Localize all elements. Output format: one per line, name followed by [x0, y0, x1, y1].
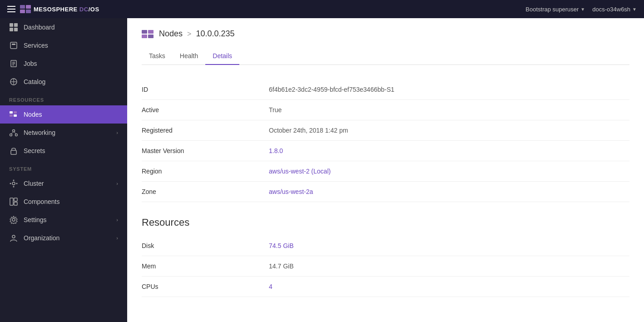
svg-rect-8: [10, 42, 17, 49]
svg-rect-6: [10, 28, 13, 31]
tab-tasks[interactable]: Tasks: [142, 48, 173, 65]
sidebar-item-components[interactable]: Components: [0, 193, 127, 211]
tab-health-label: Health: [180, 52, 198, 59]
docs-menu[interactable]: docs-o34w6sh ▼: [592, 6, 637, 13]
sidebar-item-networking-label: Networking: [24, 129, 55, 136]
svg-point-30: [10, 183, 11, 184]
tab-health[interactable]: Health: [173, 48, 205, 65]
page-header: Nodes > 10.0.0.235 Tasks Health Details: [127, 18, 644, 65]
detail-content: ID6f4b61e2-3dc2-4959-bfcd-ef753e3466bb-S…: [127, 65, 644, 322]
layout: Dashboard Services Jobs Catalog Resource…: [0, 18, 644, 322]
main-fields-section: ID6f4b61e2-3dc2-4959-bfcd-ef753e3466bb-S…: [142, 79, 629, 202]
svg-point-21: [13, 130, 15, 132]
components-icon: [9, 197, 18, 206]
sidebar-item-dashboard-label: Dashboard: [24, 24, 55, 31]
sidebar-item-catalog[interactable]: Catalog: [0, 73, 127, 91]
svg-point-28: [13, 180, 15, 181]
svg-rect-7: [14, 28, 18, 31]
svg-rect-1: [26, 5, 31, 9]
svg-rect-0: [20, 5, 25, 9]
resources-section-title: Resources: [142, 217, 629, 228]
field-value[interactable]: aws/us-west-2a: [269, 182, 629, 202]
svg-point-22: [10, 134, 12, 136]
svg-rect-2: [20, 10, 25, 13]
table-row: Mem14.7 GiB: [142, 256, 629, 277]
docs-label: docs-o34w6sh: [592, 6, 630, 13]
sidebar-item-settings-label: Settings: [24, 216, 47, 223]
table-row: Disk74.5 GiB: [142, 236, 629, 256]
cluster-icon: [9, 179, 18, 188]
sidebar-item-nodes-label: Nodes: [24, 111, 42, 118]
sidebar-item-jobs[interactable]: Jobs: [0, 54, 127, 73]
sidebar-item-settings[interactable]: Settings ›: [0, 211, 127, 229]
docs-chevron-icon: ▼: [632, 7, 637, 12]
field-value: 14.7 GiB: [269, 256, 629, 277]
resources-table: Disk74.5 GiBMem14.7 GiBCPUs4: [142, 236, 629, 297]
svg-rect-32: [10, 198, 13, 205]
svg-point-35: [12, 218, 15, 221]
field-label: Zone: [142, 182, 269, 202]
svg-rect-4: [10, 23, 13, 27]
field-label: Active: [142, 100, 269, 120]
user-menu[interactable]: Bootstrap superuser ▼: [525, 6, 585, 13]
field-value[interactable]: 1.8.0: [269, 141, 629, 161]
field-value[interactable]: aws/us-west-2 (Local): [269, 161, 629, 182]
services-icon: [9, 41, 18, 50]
sidebar-item-secrets[interactable]: Secrets: [0, 142, 127, 160]
svg-rect-19: [10, 114, 13, 117]
sidebar-item-jobs-label: Jobs: [24, 60, 37, 67]
field-value: True: [269, 100, 629, 120]
tab-details[interactable]: Details: [205, 48, 239, 65]
table-row: CPUs4: [142, 277, 629, 297]
sidebar-item-catalog-label: Catalog: [24, 78, 45, 85]
nodes-breadcrumb-icon: [142, 30, 154, 39]
nodes-icon: [9, 110, 18, 119]
sidebar-item-cluster-label: Cluster: [24, 180, 44, 187]
user-label: Bootstrap superuser: [525, 6, 579, 13]
networking-arrow-icon: ›: [116, 130, 118, 135]
field-label: Disk: [142, 236, 269, 256]
field-label: Registered: [142, 120, 269, 141]
dashboard-icon: [9, 23, 18, 32]
table-row: ActiveTrue: [142, 100, 629, 120]
top-navigation: MESOSPHERE DC/OS Bootstrap superuser ▼ d…: [0, 0, 644, 18]
sidebar: Dashboard Services Jobs Catalog Resource…: [0, 18, 127, 322]
organization-icon: [9, 233, 18, 243]
topnav-left: MESOSPHERE DC/OS: [7, 5, 99, 13]
svg-line-25: [14, 132, 16, 134]
field-value[interactable]: 4: [269, 277, 629, 297]
system-section-label: System: [0, 160, 127, 174]
resources-section: Resources Disk74.5 GiBMem14.7 GiBCPUs4: [142, 217, 629, 297]
sidebar-item-networking[interactable]: Networking ›: [0, 124, 127, 142]
sidebar-item-organization[interactable]: Organization ›: [0, 229, 127, 247]
field-value[interactable]: 74.5 GiB: [269, 236, 629, 256]
sidebar-item-nodes[interactable]: Nodes: [0, 105, 127, 124]
field-value: October 24th, 2018 1:42 pm: [269, 120, 629, 141]
details-table: ID6f4b61e2-3dc2-4959-bfcd-ef753e3466bb-S…: [142, 79, 629, 202]
logo-icon: [20, 5, 31, 13]
tab-tasks-label: Tasks: [149, 52, 165, 59]
svg-rect-18: [14, 111, 17, 114]
tab-details-label: Details: [213, 52, 232, 59]
sidebar-item-services-label: Services: [24, 42, 48, 49]
field-label: Region: [142, 161, 269, 182]
svg-point-23: [15, 134, 18, 136]
sidebar-item-components-label: Components: [24, 198, 59, 205]
sidebar-item-cluster[interactable]: Cluster ›: [0, 174, 127, 193]
svg-rect-40: [148, 35, 154, 38]
sidebar-item-services[interactable]: Services: [0, 36, 127, 54]
hamburger-menu[interactable]: [7, 6, 15, 12]
svg-rect-5: [14, 23, 18, 27]
svg-rect-17: [10, 111, 13, 114]
svg-point-27: [12, 182, 15, 185]
field-label: Master Version: [142, 141, 269, 161]
secrets-icon: [9, 146, 18, 155]
user-chevron-icon: ▼: [580, 7, 585, 12]
field-label: ID: [142, 79, 269, 100]
sidebar-item-dashboard[interactable]: Dashboard: [0, 18, 127, 36]
breadcrumb: Nodes > 10.0.0.235: [142, 29, 629, 39]
table-row: Regionaws/us-west-2 (Local): [142, 161, 629, 182]
svg-rect-26: [11, 150, 16, 154]
breadcrumb-parent[interactable]: Nodes: [159, 29, 183, 39]
catalog-icon: [9, 77, 18, 86]
